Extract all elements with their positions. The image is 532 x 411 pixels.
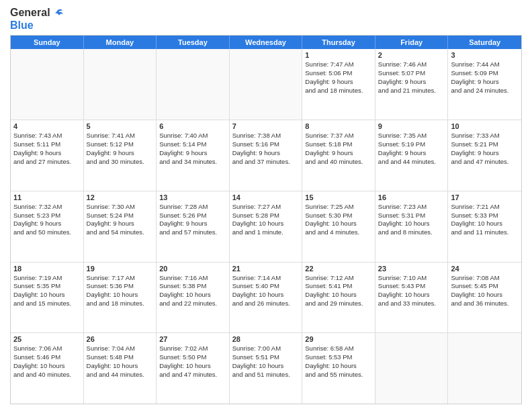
logo-general: General bbox=[10, 7, 50, 18]
day-number: 17 bbox=[451, 193, 519, 201]
sunset-text: Sunset: 5:48 PM bbox=[87, 353, 154, 362]
sunset-text: Sunset: 5:19 PM bbox=[378, 140, 445, 149]
daylight-line1: Daylight: 10 hours bbox=[13, 362, 81, 371]
calendar-body: 1Sunrise: 7:47 AMSunset: 5:06 PMDaylight… bbox=[11, 49, 521, 404]
calendar-week: 18Sunrise: 7:19 AMSunset: 5:35 PMDayligh… bbox=[11, 263, 521, 334]
sunset-text: Sunset: 5:11 PM bbox=[13, 140, 81, 149]
day-number: 13 bbox=[159, 193, 226, 201]
sunset-text: Sunset: 5:50 PM bbox=[159, 353, 226, 362]
calendar-cell: 26Sunrise: 7:04 AMSunset: 5:48 PMDayligh… bbox=[84, 333, 157, 404]
calendar-cell: 25Sunrise: 7:06 AMSunset: 5:46 PMDayligh… bbox=[11, 333, 84, 404]
sunset-text: Sunset: 5:43 PM bbox=[378, 282, 445, 291]
daylight-line1: Daylight: 10 hours bbox=[305, 220, 372, 228]
daylight-line2: and and 4 minutes. bbox=[305, 228, 372, 237]
calendar-cell: 18Sunrise: 7:19 AMSunset: 5:35 PMDayligh… bbox=[11, 263, 84, 333]
sunrise-text: Sunrise: 7:16 AM bbox=[159, 274, 226, 283]
sunset-text: Sunset: 5:26 PM bbox=[159, 212, 226, 220]
day-number: 26 bbox=[87, 335, 154, 343]
calendar-cell: 20Sunrise: 7:16 AMSunset: 5:38 PMDayligh… bbox=[157, 263, 230, 333]
sunset-text: Sunset: 5:09 PM bbox=[451, 69, 519, 78]
daylight-line1: Daylight: 9 hours bbox=[87, 149, 154, 158]
sunrise-text: Sunrise: 7:19 AM bbox=[13, 274, 81, 283]
day-number: 23 bbox=[378, 265, 445, 273]
sunrise-text: Sunrise: 7:44 AM bbox=[451, 60, 519, 69]
calendar: SundayMondayTuesdayWednesdayThursdayFrid… bbox=[10, 35, 522, 404]
calendar-cell bbox=[11, 49, 84, 120]
calendar-cell: 24Sunrise: 7:08 AMSunset: 5:45 PMDayligh… bbox=[448, 263, 521, 333]
sunset-text: Sunset: 5:33 PM bbox=[451, 212, 519, 220]
sunrise-text: Sunrise: 7:12 AM bbox=[305, 274, 372, 283]
calendar-header-row: SundayMondayTuesdayWednesdayThursdayFrid… bbox=[11, 36, 521, 49]
calendar-header-cell: Thursday bbox=[302, 36, 375, 49]
calendar-header-cell: Wednesday bbox=[230, 36, 303, 49]
day-number: 19 bbox=[87, 265, 154, 273]
calendar-cell: 4Sunrise: 7:43 AMSunset: 5:11 PMDaylight… bbox=[11, 120, 84, 191]
daylight-line1: Daylight: 9 hours bbox=[305, 78, 372, 87]
day-number: 8 bbox=[305, 122, 372, 130]
sunset-text: Sunset: 5:07 PM bbox=[378, 69, 445, 78]
daylight-line1: Daylight: 10 hours bbox=[13, 291, 81, 300]
day-number: 3 bbox=[451, 51, 519, 59]
daylight-line2: and and 57 minutes. bbox=[159, 228, 226, 237]
sunset-text: Sunset: 5:41 PM bbox=[305, 282, 372, 291]
daylight-line1: Daylight: 9 hours bbox=[451, 149, 519, 158]
daylight-line2: and and 18 minutes. bbox=[305, 87, 372, 95]
day-number: 20 bbox=[159, 265, 226, 273]
daylight-line2: and and 44 minutes. bbox=[378, 158, 445, 167]
calendar-cell: 8Sunrise: 7:37 AMSunset: 5:18 PMDaylight… bbox=[302, 120, 375, 191]
daylight-line2: and and 37 minutes. bbox=[232, 158, 300, 167]
logo: General Blue bbox=[10, 7, 64, 31]
daylight-line1: Daylight: 9 hours bbox=[378, 149, 445, 158]
sunset-text: Sunset: 5:18 PM bbox=[305, 140, 372, 149]
sunrise-text: Sunrise: 7:04 AM bbox=[87, 345, 154, 353]
sunset-text: Sunset: 5:53 PM bbox=[305, 353, 372, 362]
sunrise-text: Sunrise: 7:08 AM bbox=[451, 274, 519, 283]
daylight-line1: Daylight: 9 hours bbox=[13, 220, 81, 228]
daylight-line1: Daylight: 10 hours bbox=[232, 220, 300, 228]
daylight-line2: and and 54 minutes. bbox=[87, 228, 154, 237]
calendar-cell: 22Sunrise: 7:12 AMSunset: 5:41 PMDayligh… bbox=[302, 263, 375, 333]
calendar-cell bbox=[448, 333, 521, 404]
sunrise-text: Sunrise: 7:43 AM bbox=[13, 132, 81, 140]
logo-text: General Blue bbox=[10, 7, 64, 31]
sunset-text: Sunset: 5:38 PM bbox=[159, 282, 226, 291]
sunrise-text: Sunrise: 7:23 AM bbox=[378, 203, 445, 212]
daylight-line1: Daylight: 10 hours bbox=[87, 362, 154, 371]
day-number: 10 bbox=[451, 122, 519, 130]
sunset-text: Sunset: 5:46 PM bbox=[13, 353, 81, 362]
sunset-text: Sunset: 5:14 PM bbox=[159, 140, 226, 149]
daylight-line2: and and 33 minutes. bbox=[378, 300, 445, 308]
day-number: 28 bbox=[232, 335, 300, 343]
sunset-text: Sunset: 5:51 PM bbox=[232, 353, 300, 362]
calendar-cell: 11Sunrise: 7:32 AMSunset: 5:23 PMDayligh… bbox=[11, 191, 84, 262]
calendar-cell: 9Sunrise: 7:35 AMSunset: 5:19 PMDaylight… bbox=[375, 120, 449, 191]
daylight-line2: and and 24 minutes. bbox=[451, 87, 519, 95]
sunset-text: Sunset: 5:40 PM bbox=[232, 282, 300, 291]
day-number: 15 bbox=[305, 193, 372, 201]
sunset-text: Sunset: 5:12 PM bbox=[87, 140, 154, 149]
sunrise-text: Sunrise: 6:58 AM bbox=[305, 345, 372, 353]
sunset-text: Sunset: 5:16 PM bbox=[232, 140, 300, 149]
daylight-line1: Daylight: 9 hours bbox=[378, 78, 445, 87]
daylight-line2: and and 55 minutes. bbox=[305, 371, 372, 379]
daylight-line2: and and 11 minutes. bbox=[451, 228, 519, 237]
calendar-cell: 3Sunrise: 7:44 AMSunset: 5:09 PMDaylight… bbox=[448, 49, 521, 120]
sunrise-text: Sunrise: 7:02 AM bbox=[159, 345, 226, 353]
calendar-cell: 28Sunrise: 7:00 AMSunset: 5:51 PMDayligh… bbox=[230, 333, 303, 404]
daylight-line1: Daylight: 10 hours bbox=[232, 291, 300, 300]
day-number: 2 bbox=[378, 51, 445, 59]
calendar-cell: 27Sunrise: 7:02 AMSunset: 5:50 PMDayligh… bbox=[157, 333, 230, 404]
daylight-line2: and and 40 minutes. bbox=[13, 371, 81, 379]
sunset-text: Sunset: 5:28 PM bbox=[232, 212, 300, 220]
sunset-text: Sunset: 5:24 PM bbox=[87, 212, 154, 220]
calendar-week: 11Sunrise: 7:32 AMSunset: 5:23 PMDayligh… bbox=[11, 191, 521, 263]
sunrise-text: Sunrise: 7:37 AM bbox=[305, 132, 372, 140]
sunrise-text: Sunrise: 7:40 AM bbox=[159, 132, 226, 140]
sunrise-text: Sunrise: 7:32 AM bbox=[13, 203, 81, 212]
sunrise-text: Sunrise: 7:35 AM bbox=[378, 132, 445, 140]
calendar-cell: 1Sunrise: 7:47 AMSunset: 5:06 PMDaylight… bbox=[302, 49, 375, 120]
sunset-text: Sunset: 5:31 PM bbox=[378, 212, 445, 220]
daylight-line2: and and 47 minutes. bbox=[451, 158, 519, 167]
calendar-cell: 23Sunrise: 7:10 AMSunset: 5:43 PMDayligh… bbox=[375, 263, 449, 333]
sunrise-text: Sunrise: 7:38 AM bbox=[232, 132, 300, 140]
